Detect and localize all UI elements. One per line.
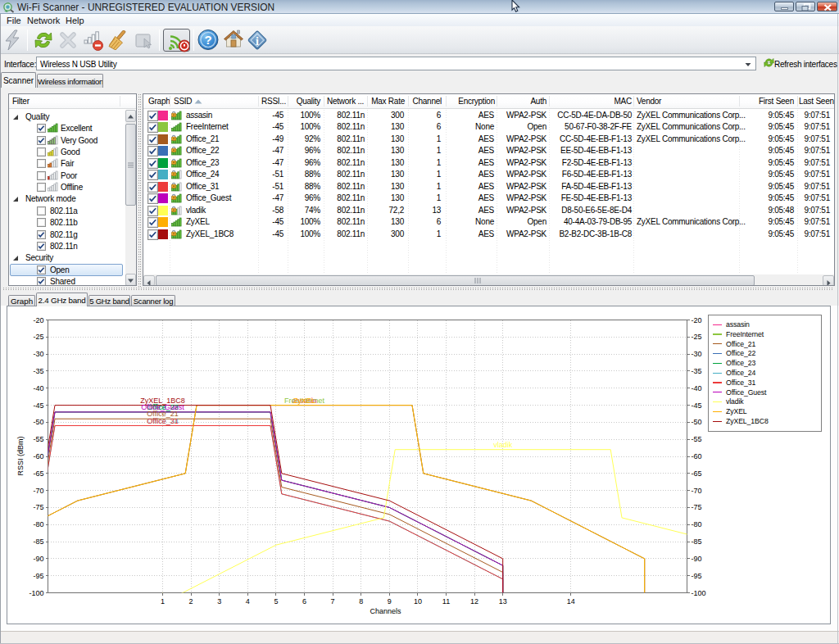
svg-text:-55: -55 xyxy=(33,435,43,443)
svg-text:-40: -40 xyxy=(692,384,702,392)
svg-text:-20: -20 xyxy=(33,316,43,324)
svg-text:-45: -45 xyxy=(33,401,43,410)
svg-text:11: 11 xyxy=(442,597,450,605)
svg-text:-70: -70 xyxy=(33,487,43,495)
svg-text:-80: -80 xyxy=(692,520,702,528)
svg-text:-90: -90 xyxy=(33,555,43,563)
svg-text:-60: -60 xyxy=(692,452,702,460)
svg-text:ZyXEL_1BC8: ZyXEL_1BC8 xyxy=(140,397,185,405)
svg-text:-85: -85 xyxy=(692,537,702,546)
svg-text:RSSI (dBm): RSSI (dBm) xyxy=(16,436,25,475)
svg-text:-20: -20 xyxy=(692,316,702,324)
svg-text:-95: -95 xyxy=(692,572,702,580)
svg-text:-75: -75 xyxy=(692,503,702,511)
svg-text:1: 1 xyxy=(161,597,165,605)
svg-text:Office_31: Office_31 xyxy=(147,417,178,425)
svg-text:-90: -90 xyxy=(692,555,702,563)
svg-text:-65: -65 xyxy=(692,469,702,478)
svg-text:-35: -35 xyxy=(692,367,702,375)
svg-text:-80: -80 xyxy=(33,520,43,528)
svg-text:3: 3 xyxy=(217,597,221,605)
svg-text:14: 14 xyxy=(567,597,575,605)
svg-text:-60: -60 xyxy=(33,452,43,460)
svg-text:-65: -65 xyxy=(33,469,43,478)
svg-text:-100: -100 xyxy=(29,589,43,597)
svg-text:Channels: Channels xyxy=(370,607,401,615)
svg-text:8: 8 xyxy=(359,597,363,605)
svg-text:10: 10 xyxy=(414,597,422,605)
svg-text:-40: -40 xyxy=(33,384,43,392)
svg-text:-50: -50 xyxy=(33,418,43,426)
svg-text:-95: -95 xyxy=(33,572,43,580)
svg-text:-75: -75 xyxy=(33,503,43,511)
svg-text:-35: -35 xyxy=(33,367,43,375)
svg-text:6: 6 xyxy=(302,597,306,605)
svg-text:12: 12 xyxy=(470,597,478,605)
svg-text:-55: -55 xyxy=(692,435,702,443)
svg-text:9: 9 xyxy=(388,597,392,605)
svg-text:-30: -30 xyxy=(692,350,702,358)
svg-text:7: 7 xyxy=(331,597,335,605)
svg-text:-70: -70 xyxy=(692,487,702,495)
svg-text:i: i xyxy=(256,35,259,48)
svg-text:5: 5 xyxy=(274,597,278,605)
svg-text:ZyXEL: ZyXEL xyxy=(293,397,315,405)
svg-text:-25: -25 xyxy=(33,333,43,341)
svg-text:-30: -30 xyxy=(33,350,43,358)
svg-text:-100: -100 xyxy=(692,589,706,597)
svg-text:-25: -25 xyxy=(692,333,702,341)
svg-text:?: ? xyxy=(204,33,211,47)
svg-text:-45: -45 xyxy=(692,401,702,410)
svg-text:2: 2 xyxy=(189,597,193,605)
svg-text:-50: -50 xyxy=(692,418,702,426)
svg-text:4: 4 xyxy=(246,597,250,605)
svg-text:13: 13 xyxy=(499,597,507,605)
svg-text:-85: -85 xyxy=(33,537,43,546)
svg-text:vladik: vladik xyxy=(493,441,513,449)
